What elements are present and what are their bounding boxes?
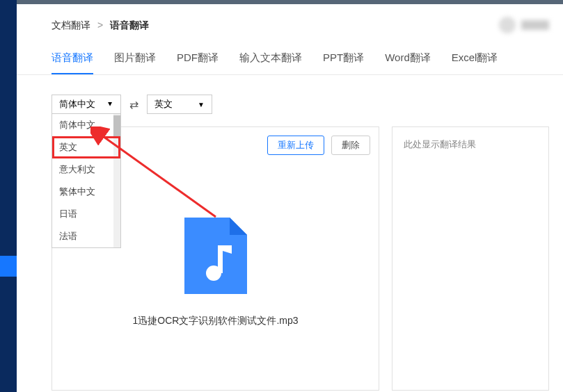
panel-actions: 重新上传 删除 xyxy=(267,136,370,155)
sidebar-active-indicator xyxy=(0,256,17,277)
breadcrumb-current: 语音翻译 xyxy=(110,19,149,31)
dropdown-option-simplified-chinese[interactable]: 简体中文 xyxy=(52,114,120,136)
tab-voice-translate[interactable]: 语音翻译 xyxy=(51,51,93,74)
source-language-dropdown: 简体中文 英文 意大利文 繁体中文 日语 法语 xyxy=(51,114,121,248)
swap-languages-icon[interactable]: ⇄ xyxy=(129,98,138,111)
tabs: 语音翻译 图片翻译 PDF翻译 输入文本翻译 PPT翻译 Word翻译 Exce… xyxy=(17,32,563,75)
file-name: 1迅捷OCR文字识别软件测试文件.mp3 xyxy=(133,315,299,327)
tab-excel-translate[interactable]: Excel翻译 xyxy=(452,51,498,74)
tab-image-translate[interactable]: 图片翻译 xyxy=(114,51,156,74)
target-language-select-wrap: 英文 ▼ xyxy=(147,95,212,114)
breadcrumb-separator: > xyxy=(97,19,103,31)
result-placeholder: 此处显示翻译结果 xyxy=(392,127,548,162)
dropdown-option-italian[interactable]: 意大利文 xyxy=(52,158,120,181)
tab-ppt-translate[interactable]: PPT翻译 xyxy=(323,51,364,74)
username xyxy=(521,20,549,30)
source-language-select-wrap: 简体中文 ▲ 简体中文 英文 意大利文 繁体中文 日语 法语 xyxy=(51,95,121,114)
sidebar xyxy=(0,0,17,392)
tab-pdf-translate[interactable]: PDF翻译 xyxy=(177,51,219,74)
source-language-value: 简体中文 xyxy=(59,98,95,111)
target-language-select[interactable]: 英文 ▼ xyxy=(147,95,212,114)
chevron-up-icon: ▲ xyxy=(106,101,113,108)
svg-point-1 xyxy=(206,266,221,281)
user-area[interactable] xyxy=(499,17,549,33)
tab-word-translate[interactable]: Word翻译 xyxy=(385,51,431,74)
audio-file-icon xyxy=(184,218,247,294)
dropdown-option-traditional-chinese[interactable]: 繁体中文 xyxy=(52,181,120,203)
language-controls: 简体中文 ▲ 简体中文 英文 意大利文 繁体中文 日语 法语 ⇄ 英文 ▼ xyxy=(17,75,563,114)
dropdown-option-french[interactable]: 法语 xyxy=(52,225,120,247)
main-content: 文档翻译 > 语音翻译 语音翻译 图片翻译 PDF翻译 输入文本翻译 PPT翻译… xyxy=(17,4,563,392)
chevron-down-icon: ▼ xyxy=(198,101,205,108)
delete-button[interactable]: 删除 xyxy=(331,136,370,155)
result-panel: 此处显示翻译结果 xyxy=(392,126,549,391)
breadcrumb: 文档翻译 > 语音翻译 xyxy=(17,4,563,32)
tab-text-translate[interactable]: 输入文本翻译 xyxy=(239,51,302,74)
scrollbar-thumb[interactable] xyxy=(113,115,120,136)
dropdown-scrollbar[interactable] xyxy=(113,114,120,247)
reupload-button[interactable]: 重新上传 xyxy=(267,136,324,155)
avatar xyxy=(499,17,516,33)
source-language-select[interactable]: 简体中文 ▲ xyxy=(51,95,121,114)
breadcrumb-parent[interactable]: 文档翻译 xyxy=(51,19,90,31)
dropdown-option-english[interactable]: 英文 xyxy=(52,136,120,158)
target-language-value: 英文 xyxy=(154,98,173,111)
dropdown-option-japanese[interactable]: 日语 xyxy=(52,203,120,225)
